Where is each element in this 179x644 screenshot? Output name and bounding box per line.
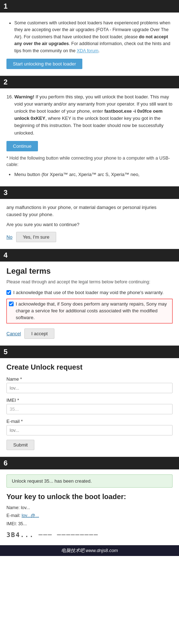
s3-text1: any malfunctions in your phone, or mater… bbox=[6, 204, 173, 218]
email-group: E-mail * bbox=[6, 419, 173, 435]
name-info-value: lov... bbox=[21, 505, 30, 510]
section-3-header: 3 bbox=[0, 186, 179, 199]
section-5-content: Create Unlock request Name * IMEI * E-ma… bbox=[0, 358, 179, 457]
no-link[interactable]: No bbox=[6, 234, 13, 240]
accept-button[interactable]: I accept bbox=[24, 328, 54, 339]
section-3-content: any malfunctions in your phone, or mater… bbox=[0, 199, 179, 249]
imei-info-label: IMEI: bbox=[6, 521, 17, 526]
info-name-line: Name: lov... bbox=[6, 504, 173, 511]
section-4: 4 Legal terms Please read through and ac… bbox=[0, 249, 179, 346]
create-title: Create Unlock request bbox=[6, 363, 173, 371]
name-info-label: Name: bbox=[6, 505, 20, 510]
submit-btn-wrap: Submit bbox=[6, 440, 173, 450]
warning-label: Warning! bbox=[14, 94, 34, 99]
section-6: 6 Unlock request 35... has been created.… bbox=[0, 457, 179, 545]
section-1-note: Some customers with unlocked boot loader… bbox=[14, 20, 173, 54]
menu-item: Menu button (for Xperia™ arc, Xperia™ ar… bbox=[14, 171, 173, 178]
imei-label: IMEI * bbox=[6, 397, 173, 403]
legal-intro: Please read through and accept the legal… bbox=[6, 279, 173, 286]
hold-note: * Hold the following button while connec… bbox=[6, 155, 173, 169]
imei-input[interactable] bbox=[6, 404, 173, 414]
legal-check1[interactable] bbox=[6, 290, 11, 295]
unlock-title: Your key to unlock the boot loader: bbox=[6, 493, 173, 501]
section-5-header: 5 bbox=[0, 346, 179, 358]
name-label: Name * bbox=[6, 376, 173, 382]
section-1-number: 1 bbox=[4, 2, 8, 10]
step-16: Warning! If you perform this step, you w… bbox=[14, 93, 173, 137]
legal-check2-label: I acknowledge that, if Sony does perform… bbox=[16, 301, 170, 321]
section-6-header: 6 bbox=[0, 457, 179, 469]
section-1: 1 Some customers with unlocked boot load… bbox=[0, 0, 179, 76]
email-input[interactable] bbox=[6, 425, 173, 435]
submit-button[interactable]: Submit bbox=[6, 440, 34, 450]
section-4-content: Legal terms Please read through and acce… bbox=[0, 262, 179, 346]
name-group: Name * bbox=[6, 376, 173, 393]
success-banner: Unlock request 35... has been created. bbox=[6, 474, 173, 488]
legal-check2-row: I acknowledge that, if Sony does perform… bbox=[6, 299, 173, 323]
start-unlock-button[interactable]: Start unlocking the boot loader bbox=[6, 59, 82, 69]
watermark: 电脑技术吧 www.dnjs8.com bbox=[0, 545, 179, 556]
section-5: 5 Create Unlock request Name * IMEI * E-… bbox=[0, 346, 179, 457]
legal-actions: Cancel I accept bbox=[6, 328, 173, 339]
info-email-line: E-mail: lov...@... bbox=[6, 512, 173, 519]
legal-check2[interactable] bbox=[9, 302, 14, 306]
email-info-value[interactable]: lov...@... bbox=[21, 513, 39, 518]
confirm-row: No Yes, I'm sure bbox=[6, 232, 173, 242]
section-6-number: 6 bbox=[4, 459, 8, 467]
section-4-number: 4 bbox=[4, 251, 8, 259]
xda-link[interactable]: XDA forum bbox=[77, 48, 98, 53]
cancel-link[interactable]: Cancel bbox=[6, 331, 21, 336]
name-input[interactable] bbox=[6, 383, 173, 393]
section-2-header: 2 bbox=[0, 76, 179, 88]
continue-btn-wrap: Continue bbox=[6, 141, 173, 151]
section-2: 2 Warning! If you perform this step, you… bbox=[0, 76, 179, 186]
imei-group: IMEI * bbox=[6, 397, 173, 414]
continue-button[interactable]: Continue bbox=[6, 141, 38, 151]
section-3: 3 any malfunctions in your phone, or mat… bbox=[0, 186, 179, 249]
s3-text2: Are you sure you want to continue? bbox=[6, 221, 173, 228]
section-6-content: Unlock request 35... has been created. Y… bbox=[0, 469, 179, 545]
email-info-label: E-mail: bbox=[6, 513, 20, 518]
email-label: E-mail * bbox=[6, 419, 173, 424]
section-3-number: 3 bbox=[4, 189, 8, 197]
legal-check1-label: I acknowledge that use of the boot loade… bbox=[13, 289, 164, 296]
section-2-content: Warning! If you perform this step, you w… bbox=[0, 88, 179, 186]
section-5-number: 5 bbox=[4, 348, 8, 356]
yes-button[interactable]: Yes, I'm sure bbox=[16, 232, 56, 242]
section-1-content: Some customers with unlocked boot loader… bbox=[0, 13, 179, 76]
legal-check1-row: I acknowledge that use of the boot loade… bbox=[6, 289, 173, 296]
imei-info-value: 35... bbox=[18, 521, 27, 526]
legal-title: Legal terms bbox=[6, 267, 173, 276]
watermark-text: 电脑技术吧 www.dnjs8.com bbox=[61, 548, 118, 553]
section-4-header: 4 bbox=[0, 249, 179, 262]
section-2-number: 2 bbox=[4, 78, 8, 86]
section-1-header: 1 bbox=[0, 0, 179, 13]
key-display: 3B4... ─── ───────── bbox=[6, 531, 173, 538]
info-imei-line: IMEI: 35... bbox=[6, 521, 173, 527]
